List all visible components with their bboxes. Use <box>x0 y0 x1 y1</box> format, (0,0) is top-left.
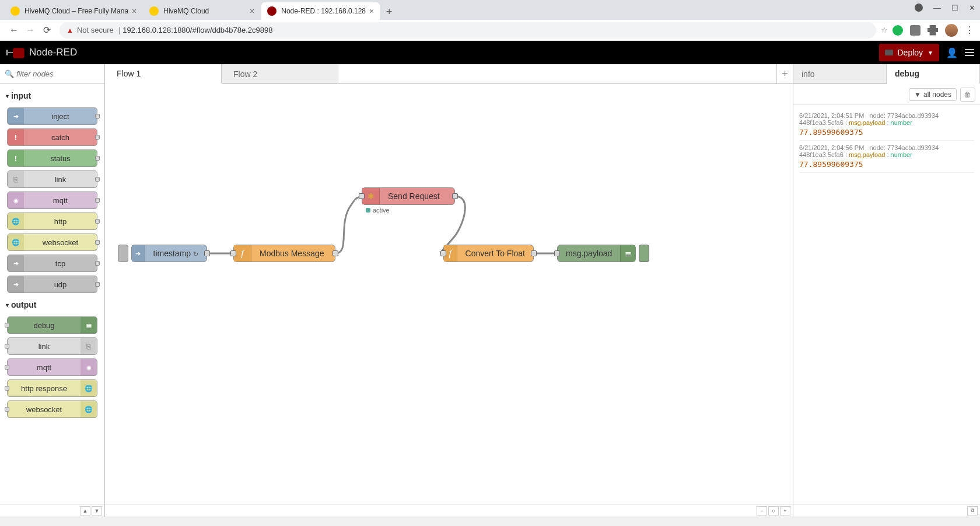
zoom-in-button[interactable]: + <box>780 506 790 515</box>
tab-info[interactable]: info <box>793 64 887 83</box>
palette-node-mqtt-in[interactable]: mqtt <box>7 191 97 209</box>
close-icon[interactable]: × <box>132 6 136 16</box>
add-flow-button[interactable]: + <box>776 64 793 83</box>
palette-node-websocket-out[interactable]: websocket <box>7 400 97 418</box>
palette-node-mqtt-out[interactable]: mqtt <box>7 358 97 376</box>
input-port[interactable] <box>440 250 446 256</box>
node-function-modbus-message[interactable]: Modbus Message <box>233 245 335 262</box>
filter-label: all nodes <box>923 90 951 99</box>
palette-category-input[interactable]: input <box>0 88 104 104</box>
palette-node-tcp-in[interactable]: tcp <box>7 255 97 272</box>
debug-icon <box>620 245 635 262</box>
nodered-header: Node-RED Deploy ▼ 👤 <box>0 41 980 64</box>
menu-icon[interactable] <box>965 49 974 56</box>
debug-message[interactable]: 6/21/2021, 2:04:51 PM node: 7734acba.d93… <box>799 109 974 141</box>
msg-topic: 448f1ea3.5cfa6 <box>799 119 844 126</box>
extension-grammarly-icon[interactable] <box>892 25 903 36</box>
extension-icon[interactable] <box>910 25 921 36</box>
browser-tab-hivemq-cloud[interactable]: HiveMQ Cloud × <box>144 2 260 20</box>
palette-node-udp-in[interactable]: udp <box>7 276 97 293</box>
msg-node[interactable]: node: 7734acba.d93934 <box>869 112 939 119</box>
input-port[interactable] <box>554 250 560 256</box>
node-label: timestamp <box>145 249 206 258</box>
browser-tab-strip: HiveMQ Cloud – Free Fully Mana × HiveMQ … <box>0 0 980 20</box>
close-icon[interactable]: × <box>250 6 254 16</box>
palette-collapse-down-button[interactable]: ▼ <box>92 506 102 515</box>
input-port[interactable] <box>230 250 236 256</box>
palette-collapse-up-button[interactable]: ▲ <box>80 506 90 515</box>
node-label: status <box>24 154 97 163</box>
chrome-menu-icon[interactable]: ⋮ <box>965 25 974 36</box>
filter-icon: ▼ <box>914 90 921 99</box>
browser-tab-hivemq-free[interactable]: HiveMQ Cloud – Free Fully Mana × <box>5 2 142 20</box>
url-field[interactable]: ▲ Not secure | 192.168.0.128:1880/#flow/… <box>60 22 876 39</box>
node-label: http response <box>8 384 80 393</box>
msg-node[interactable]: node: 7734acba.d93934 <box>869 144 939 151</box>
workspace: Flow 1 Flow 2 + timestamp <box>105 64 793 517</box>
tab-debug[interactable]: debug <box>887 64 980 84</box>
debug-toggle-button[interactable] <box>639 245 649 262</box>
deploy-button[interactable]: Deploy ▼ <box>879 44 940 61</box>
back-button[interactable]: ← <box>6 22 22 39</box>
function-icon <box>234 245 251 262</box>
palette-search[interactable]: 🔍 <box>0 64 104 84</box>
sidebar-popout-button[interactable]: ⧉ <box>967 506 978 515</box>
inject-trigger-button[interactable] <box>118 245 128 262</box>
filter-input[interactable] <box>16 69 100 78</box>
clear-debug-button[interactable]: 🗑 <box>960 88 975 102</box>
node-debug-msg-payload[interactable]: msg.payload <box>557 245 636 262</box>
tab-flow-1[interactable]: Flow 1 <box>105 64 222 84</box>
palette-category-output[interactable]: output <box>0 297 104 313</box>
catch-icon <box>8 129 24 145</box>
deploy-label: Deploy <box>898 48 923 57</box>
palette-node-websocket-in[interactable]: websocket <box>7 234 97 251</box>
bookmark-icon[interactable]: ☆ <box>881 26 888 34</box>
new-tab-button[interactable]: + <box>381 4 397 20</box>
node-label: websocket <box>24 238 97 247</box>
palette-node-http-response[interactable]: http response <box>7 379 97 397</box>
palette-node-inject[interactable]: inject <box>7 107 97 125</box>
output-port[interactable] <box>531 250 537 256</box>
msg-type: number <box>891 119 912 126</box>
close-window-icon[interactable]: ✕ <box>969 4 975 12</box>
debug-messages[interactable]: 6/21/2021, 2:04:51 PM node: 7734acba.d93… <box>793 105 980 504</box>
tab-flow-2[interactable]: Flow 2 <box>222 64 338 83</box>
output-port[interactable] <box>204 250 210 256</box>
close-icon[interactable]: × <box>369 6 374 16</box>
palette-node-link-out[interactable]: link <box>7 337 97 355</box>
reload-button[interactable]: ⟳ <box>38 22 55 39</box>
output-port[interactable] <box>332 250 338 256</box>
minimize-icon[interactable]: — <box>933 4 941 12</box>
palette-node-link-in[interactable]: link <box>7 170 97 188</box>
palette-node-http-in[interactable]: http <box>7 213 97 230</box>
status-bar <box>0 517 980 526</box>
debug-filter-button[interactable]: ▼ all nodes <box>909 88 957 101</box>
input-port[interactable] <box>359 193 365 199</box>
user-icon[interactable]: 👤 <box>945 47 959 58</box>
palette-node-catch[interactable]: catch <box>7 128 97 146</box>
node-inject-timestamp[interactable]: timestamp <box>131 245 207 262</box>
browser-tab-nodered[interactable]: Node-RED : 192.168.0.128 × <box>261 2 380 20</box>
node-function-convert-to-float[interactable]: Convert To Float <box>443 245 534 262</box>
flow-canvas[interactable]: timestamp Modbus Message Send Request ac… <box>105 84 793 504</box>
zoom-reset-button[interactable]: ○ <box>768 506 779 515</box>
extensions-menu-icon[interactable] <box>928 25 938 36</box>
node-serial-send-request[interactable]: Send Request active <box>362 187 455 205</box>
forward-button[interactable]: → <box>22 22 38 39</box>
port-icon <box>5 386 9 391</box>
node-label: http <box>24 217 97 226</box>
palette-node-debug[interactable]: debug <box>7 316 97 334</box>
port-icon <box>95 114 100 119</box>
zoom-out-button[interactable]: − <box>757 506 767 515</box>
node-label: mqtt <box>24 196 97 205</box>
palette-node-status[interactable]: status <box>7 149 97 167</box>
node-label: msg.payload <box>558 249 620 258</box>
debug-message[interactable]: 6/21/2021, 2:04:56 PM node: 7734acba.d93… <box>799 141 974 173</box>
maximize-icon[interactable]: ☐ <box>951 4 958 12</box>
incognito-icon[interactable] <box>915 4 923 12</box>
output-port[interactable] <box>452 193 458 199</box>
msg-path: msg.payload <box>849 119 885 126</box>
port-icon <box>5 365 9 370</box>
favicon-nodered <box>267 6 276 16</box>
profile-avatar[interactable] <box>945 24 958 37</box>
